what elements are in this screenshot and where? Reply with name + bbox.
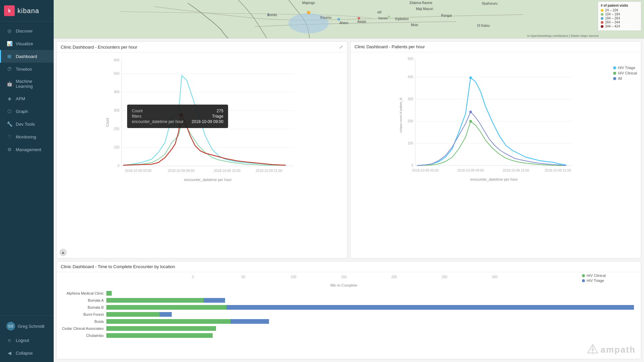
svg-text:200: 200 <box>408 119 413 123</box>
svg-text:250: 250 <box>442 275 447 279</box>
bar-cedar <box>106 326 638 331</box>
sidebar-nav: ◎ Discover 📊 Visualize ⊞ Dashboard ⏱ Tim… <box>0 22 54 315</box>
legend-hiv-clinical: HIV Clinical <box>613 71 637 75</box>
dashboard-grid: Clinic Dashboard - Encounters per hour ⤢ <box>54 39 644 362</box>
sidebar-item-graph[interactable]: ⬡ Graph <box>0 105 54 118</box>
svg-text:0: 0 <box>117 164 119 168</box>
svg-text:50: 50 <box>241 275 245 279</box>
svg-text:Rongai: Rongai <box>441 14 452 17</box>
svg-text:Unique count of patient_id: Unique count of patient_id <box>399 98 402 133</box>
legend-range-3: 184 – 264 <box>605 16 620 20</box>
legend-dot-3 <box>601 17 603 20</box>
svg-text:200: 200 <box>391 275 397 279</box>
sidebar-item-devtools-label: Dev Tools <box>16 122 35 127</box>
patients-svg: 0 100 200 300 400 500 Unique count of pa… <box>352 55 640 186</box>
svg-text:Molo: Molo <box>411 23 418 27</box>
bar-row-burnt-forest: Burnt Forest <box>59 311 638 317</box>
svg-text:encounter_datetime per hour: encounter_datetime per hour <box>470 177 518 181</box>
sidebar-item-dev-tools[interactable]: 🔧 Dev Tools <box>0 118 54 130</box>
map-panel: Majengo Eldama Ravine Nyahururu Bondo Ki… <box>54 0 644 39</box>
logout-icon: ⎋ <box>6 337 12 343</box>
bar-triage-dot <box>582 279 585 282</box>
map-svg: Majengo Eldama Ravine Nyahururu Bondo Ki… <box>54 0 644 38</box>
time-complete-title: Clinic Dashboard - Time to Complete Enco… <box>57 261 641 272</box>
svg-text:Ol Kalou: Ol Kalou <box>477 24 490 27</box>
expand-icon[interactable]: ⤢ <box>339 44 343 50</box>
svg-text:2018-10-09 09:00: 2018-10-09 09:00 <box>458 169 484 172</box>
hiv-triage-label: HIV Triage <box>618 66 635 70</box>
legend-row-1: 24 – 104 <box>601 8 638 12</box>
svg-text:Ahero: Ahero <box>339 21 348 25</box>
bar-row-chulaimbo: Chulaimbo <box>59 333 638 339</box>
svg-text:150: 150 <box>341 275 347 279</box>
map-attribution-text: N OpenStreetMap contributors | Elastic M… <box>527 34 599 38</box>
bar-chulaimbo-clinical <box>106 333 213 338</box>
bar-row-alphima: Alphima Medical Clinic <box>59 290 638 296</box>
sidebar-item-logout[interactable]: ⎋ Logout <box>0 334 54 347</box>
legend-row-2: 104 – 184 <box>601 12 638 16</box>
sidebar-item-visualize-label: Visualize <box>16 41 33 46</box>
sidebar-item-visualize[interactable]: 📊 Visualize <box>0 37 54 50</box>
svg-text:2018-10-09 03:00: 2018-10-09 03:00 <box>125 169 152 173</box>
gear-icon: ⚙ <box>6 146 12 153</box>
map-attribution: N OpenStreetMap contributors | Elastic M… <box>527 34 599 38</box>
svg-text:0: 0 <box>192 275 194 279</box>
sidebar-item-dashboard[interactable]: ⊞ Dashboard <box>0 50 54 63</box>
bar-legend-triage: HIV Triage <box>582 279 638 283</box>
sidebar-item-collapse[interactable]: ◀ Collapse <box>0 347 54 359</box>
charts-row-1: Clinic Dashboard - Encounters per hour ⤢ <box>56 41 641 258</box>
sidebar-item-monitoring-label: Monitoring <box>16 134 36 139</box>
patients-title-text: Clinic Dashboard - Patients per hour <box>355 44 425 49</box>
legend-all: All <box>613 76 637 80</box>
bar-bumala-a <box>106 298 638 303</box>
sidebar-item-user[interactable]: GS Greg Schmidt <box>0 318 54 334</box>
sidebar-item-management[interactable]: ⚙ Management <box>0 143 54 156</box>
svg-text:400: 400 <box>408 75 413 79</box>
svg-text:encounter_datetime per hour: encounter_datetime per hour <box>184 178 232 182</box>
clock-icon: ⏱ <box>6 66 12 72</box>
svg-text:Kisumu: Kisumu <box>320 16 331 19</box>
scroll-top-container: ▲ <box>59 249 67 256</box>
bar-clinical-label: HIV Clinical <box>587 274 606 278</box>
svg-text:500: 500 <box>408 57 413 61</box>
svg-text:Majengo: Majengo <box>302 1 315 5</box>
sidebar-item-apm[interactable]: ◈ APM <box>0 92 54 105</box>
bar-triage-label: HIV Triage <box>587 279 604 283</box>
bar-label-alphima: Alphima Medical Clinic <box>59 291 106 295</box>
legend-dot-2 <box>601 13 603 16</box>
patients-chart-body: HIV Triage HIV Clinical All <box>351 52 641 258</box>
scroll-top-button[interactable]: ▲ <box>59 249 67 256</box>
ampath-text: ampath <box>601 345 636 355</box>
svg-text:100: 100 <box>408 141 413 145</box>
sidebar-item-timelion[interactable]: ⏱ Timelion <box>0 63 54 75</box>
hiv-triage-dot <box>613 66 616 69</box>
triage-datapoint <box>179 113 183 117</box>
encounters-triage-line <box>123 115 286 165</box>
bar-label-burnt-forest: Burnt Forest <box>59 312 106 316</box>
svg-text:100: 100 <box>114 145 119 149</box>
svg-text:300: 300 <box>492 275 498 279</box>
bar-chulaimbo <box>106 333 638 338</box>
time-complete-title-text: Clinic Dashboard - Time to Complete Enco… <box>61 264 175 269</box>
sidebar-item-apm-label: APM <box>16 96 25 101</box>
bar-label-bumala-b: Bumala B <box>59 305 106 309</box>
compass-icon: ◎ <box>6 28 12 34</box>
activity-icon: ♡ <box>6 134 12 140</box>
legend-range-4: 264 – 344 <box>605 20 620 24</box>
svg-text:400: 400 <box>114 90 119 94</box>
legend-row-5: 344 – 424 <box>601 24 638 28</box>
sidebar-item-machine-learning[interactable]: 🤖 Machine Learning <box>0 75 54 92</box>
patients-panel: Clinic Dashboard - Patients per hour HIV… <box>350 41 641 258</box>
sidebar-item-discover[interactable]: ◎ Discover <box>0 24 54 37</box>
tools-icon: 🔧 <box>6 121 12 127</box>
bar-burnt-forest <box>106 312 638 317</box>
all-dot <box>613 77 616 80</box>
svg-text:2018-10-09 15:00: 2018-10-09 15:00 <box>214 169 240 173</box>
svg-text:Bondo: Bondo <box>267 13 277 17</box>
svg-text:2018-10-09 21:00: 2018-10-09 21:00 <box>256 169 282 173</box>
sidebar-item-monitoring[interactable]: ♡ Monitoring <box>0 130 54 143</box>
bar-label-bumala-a: Bumala A <box>59 298 106 302</box>
svg-text:Nyahururu: Nyahururu <box>482 2 498 5</box>
legend-dot-5 <box>601 25 603 28</box>
svg-text:Kipkelion: Kipkelion <box>395 17 409 21</box>
